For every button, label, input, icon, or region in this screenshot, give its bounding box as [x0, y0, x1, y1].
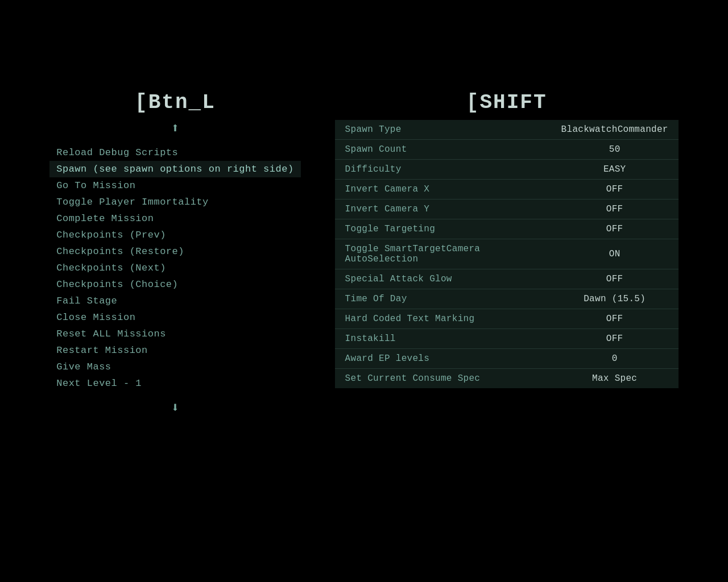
setting-name-2: Difficulty [335, 160, 551, 180]
setting-value-2[interactable]: EASY [551, 160, 679, 180]
menu-item-7[interactable]: Checkpoints (Next) [49, 260, 300, 276]
setting-name-1: Spawn Count [335, 140, 551, 160]
setting-row-0[interactable]: Spawn TypeBlackwatchCommander [335, 120, 679, 140]
setting-name-6: Toggle SmartTargetCamera AutoSelection [335, 239, 551, 269]
setting-name-12: Set Current Consume Spec [335, 369, 551, 389]
left-key-button[interactable]: [Btn_L [135, 91, 216, 114]
setting-name-0: Spawn Type [335, 120, 551, 140]
setting-row-2[interactable]: DifficultyEASY [335, 160, 679, 180]
settings-table: Spawn TypeBlackwatchCommanderSpawn Count… [335, 120, 679, 388]
setting-row-5[interactable]: Toggle TargetingOFF [335, 219, 679, 239]
menu-item-2[interactable]: Go To Mission [49, 177, 300, 194]
setting-row-9[interactable]: Hard Coded Text MarkingOFF [335, 309, 679, 329]
setting-name-10: Instakill [335, 329, 551, 349]
setting-row-11[interactable]: Award EP levels0 [335, 349, 679, 369]
setting-row-6[interactable]: Toggle SmartTargetCamera AutoSelectionON [335, 239, 679, 269]
menu-item-11[interactable]: Reset ALL Missions [49, 326, 300, 342]
setting-value-10[interactable]: OFF [551, 329, 679, 349]
setting-row-10[interactable]: InstakillOFF [335, 329, 679, 349]
setting-row-1[interactable]: Spawn Count50 [335, 140, 679, 160]
setting-row-4[interactable]: Invert Camera YOFF [335, 199, 679, 219]
setting-row-8[interactable]: Time Of DayDawn (15.5) [335, 289, 679, 309]
setting-value-3[interactable]: OFF [551, 180, 679, 199]
menu-item-3[interactable]: Toggle Player Immortality [49, 194, 300, 210]
setting-name-3: Invert Camera X [335, 180, 551, 199]
setting-row-7[interactable]: Special Attack GlowOFF [335, 269, 679, 289]
menu-item-12[interactable]: Restart Mission [49, 342, 300, 359]
main-container: [Btn_L ⬆ Reload Debug ScriptsSpawn (see … [0, 0, 728, 582]
menu-item-14[interactable]: Next Level - 1 [49, 375, 300, 392]
menu-item-6[interactable]: Checkpoints (Restore) [49, 243, 300, 260]
setting-value-11[interactable]: 0 [551, 349, 679, 369]
setting-value-1[interactable]: 50 [551, 140, 679, 160]
setting-value-9[interactable]: OFF [551, 309, 679, 329]
setting-name-4: Invert Camera Y [335, 199, 551, 219]
menu-item-9[interactable]: Fail Stage [49, 293, 300, 309]
setting-value-5[interactable]: OFF [551, 219, 679, 239]
scroll-down-arrow[interactable]: ⬇ [171, 400, 179, 416]
setting-value-0[interactable]: BlackwatchCommander [551, 120, 679, 140]
setting-value-7[interactable]: OFF [551, 269, 679, 289]
menu-list: Reload Debug ScriptsSpawn (see spawn opt… [49, 144, 300, 392]
setting-name-5: Toggle Targeting [335, 219, 551, 239]
setting-row-12[interactable]: Set Current Consume SpecMax Spec [335, 369, 679, 389]
right-key-button[interactable]: [SHIFT [335, 91, 679, 114]
menu-item-4[interactable]: Complete Mission [49, 210, 300, 227]
menu-item-5[interactable]: Checkpoints (Prev) [49, 227, 300, 243]
setting-name-8: Time Of Day [335, 289, 551, 309]
setting-value-12[interactable]: Max Spec [551, 369, 679, 389]
menu-item-8[interactable]: Checkpoints (Choice) [49, 276, 300, 293]
menu-item-1[interactable]: Spawn (see spawn options on right side) [49, 161, 300, 177]
right-panel: [SHIFT Spawn TypeBlackwatchCommanderSpaw… [335, 91, 679, 388]
setting-value-4[interactable]: OFF [551, 199, 679, 219]
menu-item-0[interactable]: Reload Debug Scripts [49, 144, 300, 161]
setting-name-9: Hard Coded Text Marking [335, 309, 551, 329]
setting-value-6[interactable]: ON [551, 239, 679, 269]
menu-item-13[interactable]: Give Mass [49, 359, 300, 375]
left-panel: [Btn_L ⬆ Reload Debug ScriptsSpawn (see … [49, 91, 300, 416]
setting-row-3[interactable]: Invert Camera XOFF [335, 180, 679, 199]
scroll-up-arrow[interactable]: ⬆ [171, 120, 179, 136]
setting-name-7: Special Attack Glow [335, 269, 551, 289]
menu-item-10[interactable]: Close Mission [49, 309, 300, 326]
setting-name-11: Award EP levels [335, 349, 551, 369]
setting-value-8[interactable]: Dawn (15.5) [551, 289, 679, 309]
